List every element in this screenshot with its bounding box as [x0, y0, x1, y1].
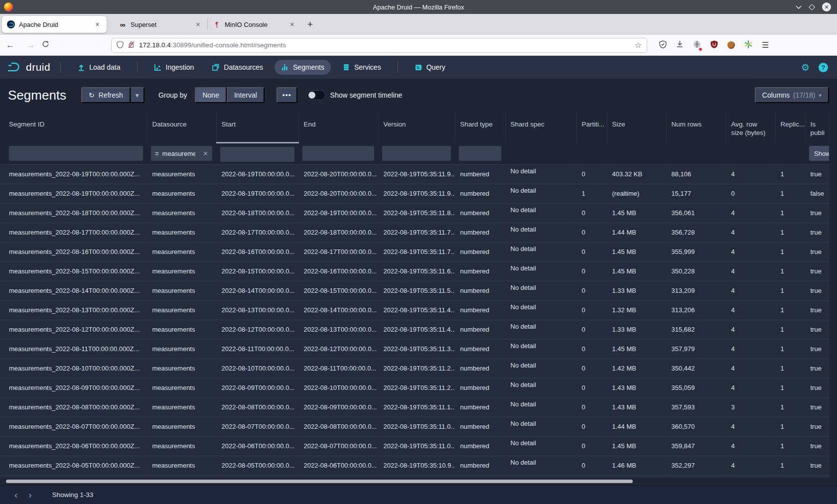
- tab-superset[interactable]: ∞ Superset ✕: [114, 16, 207, 33]
- column-header-num-rows[interactable]: Num rows: [666, 112, 726, 142]
- start-filter-input[interactable]: [220, 147, 294, 162]
- column-header-version[interactable]: Version: [378, 112, 455, 142]
- table-row[interactable]: measurements_2022-08-13T00:00:00.000Z...…: [0, 300, 829, 320]
- url-bar[interactable]: 172.18.0.4:30899/unified-console.html#se…: [111, 38, 647, 53]
- table-row[interactable]: measurements_2022-08-05T00:00:00.000Z...…: [0, 456, 829, 475]
- close-window-icon[interactable]: ✕: [822, 2, 831, 11]
- table-row[interactable]: measurements_2022-08-11T00:00:00.000Z...…: [0, 339, 829, 359]
- datasource-filter-chip[interactable]: = measureme ✕: [151, 146, 212, 161]
- table-row[interactable]: measurements_2022-08-10T00:00:00.000Z...…: [0, 359, 829, 378]
- druid-favicon: [7, 20, 15, 28]
- cell-partition: 0: [576, 281, 607, 300]
- shard-type-filter-input[interactable]: [459, 146, 501, 161]
- next-page-icon[interactable]: ›: [23, 490, 37, 501]
- cell-avg-row-size: 3: [726, 397, 775, 417]
- end-filter-input[interactable]: [302, 146, 374, 161]
- group-by-interval-button[interactable]: Interval: [227, 87, 265, 103]
- new-tab-button[interactable]: +: [307, 19, 313, 30]
- table-row[interactable]: measurements_2022-08-14T00:00:00.000Z...…: [0, 281, 829, 300]
- version-filter-input[interactable]: [382, 146, 451, 161]
- browser-window: Apache Druid — Mozilla Firefox ✕ Apache …: [0, 0, 837, 504]
- insecure-lock-icon[interactable]: [128, 41, 135, 50]
- reload-icon[interactable]: [42, 40, 49, 50]
- more-options-button[interactable]: •••: [277, 87, 297, 103]
- column-header-shard-type[interactable]: Shard type: [455, 112, 505, 142]
- table-row[interactable]: measurements_2022-08-08T00:00:00.000Z...…: [0, 397, 829, 417]
- remove-filter-icon[interactable]: ✕: [203, 149, 208, 158]
- cell-end: 2022-08-06T00:00:00.0...: [298, 456, 378, 475]
- column-header-shard-spec[interactable]: Shard spec: [505, 112, 576, 142]
- table-row[interactable]: measurements_2022-08-07T00:00:00.000Z...…: [0, 417, 829, 436]
- refresh-dropdown-button[interactable]: ▾: [131, 87, 144, 103]
- columns-dropdown-button[interactable]: Columns (17/18) ▾: [755, 87, 829, 103]
- cell-size: 1.46 MB: [607, 456, 666, 475]
- tab-apache-druid[interactable]: Apache Druid ✕: [2, 16, 107, 33]
- nav-item-services[interactable]: Services: [336, 60, 388, 75]
- colorful-extension-icon[interactable]: [744, 40, 752, 50]
- segment-timeline-toggle[interactable]: [306, 90, 325, 100]
- settings-gear-icon[interactable]: ⚙: [801, 62, 810, 73]
- bookmark-star-icon[interactable]: ☆: [635, 40, 642, 50]
- forward-button[interactable]: →: [20, 40, 41, 50]
- nav-item-query[interactable]: Query: [408, 60, 452, 75]
- cell-shard-type: numbered: [455, 281, 505, 300]
- minimize-icon[interactable]: [796, 5, 802, 9]
- is-published-filter-button[interactable]: Show: [809, 146, 829, 161]
- close-tab-icon[interactable]: ✕: [288, 19, 296, 30]
- cell-start: 2022-08-16T00:00:00.0...: [216, 242, 298, 261]
- back-button[interactable]: ←: [0, 40, 20, 50]
- table-row[interactable]: measurements_2022-08-16T00:00:00.000Z...…: [0, 242, 829, 261]
- table-row[interactable]: measurements_2022-08-15T00:00:00.000Z...…: [0, 261, 829, 281]
- table-row[interactable]: measurements_2022-08-19T00:00:00.000Z...…: [0, 184, 829, 203]
- protections-shield-icon[interactable]: [659, 40, 667, 50]
- refresh-button[interactable]: ↻ Refresh: [81, 87, 131, 103]
- help-icon[interactable]: ?: [819, 63, 828, 72]
- tracking-shield-icon[interactable]: [117, 41, 124, 50]
- column-header-is-published[interactable]: Is publi: [805, 112, 829, 142]
- cell-avg-row-size: 4: [726, 261, 775, 281]
- cell-is-published: true: [805, 320, 829, 339]
- column-header-start[interactable]: Start: [216, 112, 298, 142]
- column-header-segment-id[interactable]: Segment ID: [0, 112, 147, 142]
- nav-item-load-data[interactable]: Load data: [71, 60, 127, 75]
- tab-minio-console[interactable]: MinIO Console ✕: [208, 16, 301, 33]
- bool-filter-label: Show: [814, 149, 829, 158]
- table-row[interactable]: measurements_2022-08-18T00:00:00.000Z...…: [0, 203, 829, 223]
- cell-datasource: measurements: [147, 397, 216, 417]
- table-row[interactable]: measurements_2022-08-06T00:00:00.000Z...…: [0, 436, 829, 456]
- cell-start: 2022-08-18T00:00:00.0...: [216, 203, 298, 223]
- column-header-partition[interactable]: Partiti...: [576, 112, 607, 142]
- druid-logo[interactable]: druid: [7, 61, 50, 73]
- nav-item-datasources[interactable]: Datasources: [205, 60, 270, 75]
- cell-num-rows: 15,177: [666, 184, 726, 203]
- segment-id-filter-input[interactable]: [9, 146, 143, 161]
- close-tab-icon[interactable]: ✕: [194, 19, 202, 30]
- table-row[interactable]: measurements_2022-08-19T00:00:00.000Z...…: [0, 164, 829, 184]
- cell-version: 2022-08-19T05:35:11.3...: [378, 339, 455, 359]
- maximize-icon[interactable]: [810, 5, 814, 9]
- ublock-icon[interactable]: [710, 40, 718, 50]
- column-header-datasource[interactable]: Datasource: [147, 112, 216, 142]
- cell-version: 2022-08-19T05:35:11.4...: [378, 320, 455, 339]
- window-titlebar: Apache Druid — Mozilla Firefox ✕: [0, 0, 837, 14]
- nav-item-segments[interactable]: Segments: [275, 60, 331, 75]
- column-header-avg-row-size[interactable]: Avg. row size (bytes): [726, 112, 775, 142]
- menu-icon[interactable]: ☰: [762, 40, 769, 50]
- extensions-icon[interactable]: [693, 40, 701, 50]
- table-row[interactable]: measurements_2022-08-09T00:00:00.000Z...…: [0, 378, 829, 397]
- scrollbar-thumb[interactable]: [6, 480, 633, 483]
- cell-is-published: true: [805, 281, 829, 300]
- prev-page-icon[interactable]: ‹: [9, 490, 23, 501]
- table-row[interactable]: measurements_2022-08-12T00:00:00.000Z...…: [0, 320, 829, 339]
- cookie-extension-icon[interactable]: [727, 41, 735, 49]
- nav-item-ingestion[interactable]: Ingestion: [147, 60, 201, 75]
- cell-replicas: 1: [775, 203, 805, 223]
- close-tab-icon[interactable]: ✕: [93, 19, 102, 30]
- downloads-icon[interactable]: [676, 40, 684, 50]
- cell-start: 2022-08-19T00:00:00.0...: [216, 184, 298, 203]
- column-header-size[interactable]: Size: [607, 112, 666, 142]
- column-header-replicas[interactable]: Replic...: [775, 112, 805, 142]
- table-row[interactable]: measurements_2022-08-17T00:00:00.000Z...…: [0, 223, 829, 242]
- column-header-end[interactable]: End: [298, 112, 378, 142]
- group-by-none-button[interactable]: None: [195, 87, 226, 103]
